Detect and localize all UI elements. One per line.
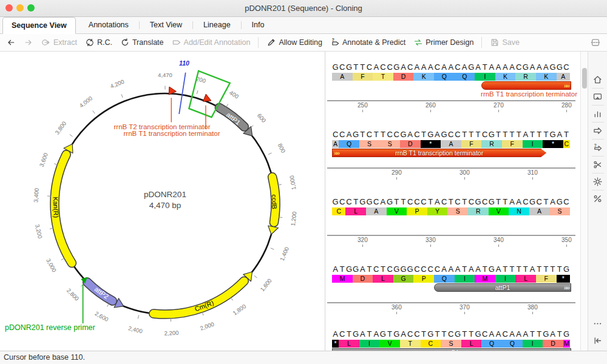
tab-lineage[interactable]: Lineage bbox=[195, 17, 239, 33]
dna-base[interactable]: C bbox=[413, 197, 420, 207]
scrollbar-thumb[interactable] bbox=[582, 68, 587, 89]
dna-base[interactable]: C bbox=[427, 265, 434, 274]
dna-base[interactable]: G bbox=[427, 329, 434, 339]
dna-base[interactable]: A bbox=[488, 62, 495, 72]
dna-base[interactable]: T bbox=[475, 130, 481, 140]
dna-base[interactable]: G bbox=[441, 130, 447, 140]
dna-base[interactable]: T bbox=[387, 329, 393, 339]
dna-base[interactable]: T bbox=[366, 265, 373, 274]
sequence-row[interactable]: CCAGTCTTCCGACTGAGCCTTTCGTTTTATTTGATAQSSD… bbox=[326, 130, 580, 197]
sequence-row[interactable]: ATGGATCTCGGGCCCCAAATAATGATTTTATTTTGMDLGP… bbox=[326, 265, 580, 332]
dna-base[interactable]: A bbox=[373, 62, 379, 72]
dna-base[interactable]: A bbox=[495, 62, 502, 72]
dna-base[interactable]: A bbox=[543, 62, 549, 72]
dna-base[interactable]: G bbox=[400, 265, 407, 274]
dna-base[interactable]: A bbox=[400, 62, 407, 72]
predict-button[interactable]: ? bbox=[592, 141, 603, 154]
dna-base[interactable]: C bbox=[481, 130, 488, 140]
more-button[interactable] bbox=[592, 317, 603, 330]
dna-base[interactable]: G bbox=[522, 62, 529, 72]
dna-base[interactable]: T bbox=[549, 265, 556, 274]
dna-base[interactable]: T bbox=[447, 197, 454, 207]
dna-base[interactable]: A bbox=[441, 265, 447, 274]
dna-base[interactable]: A bbox=[379, 197, 386, 207]
dna-base[interactable]: T bbox=[556, 329, 563, 339]
dna-base[interactable]: T bbox=[543, 197, 549, 207]
dna-base[interactable]: G bbox=[393, 62, 400, 72]
dna-base[interactable]: A bbox=[522, 130, 529, 140]
dna-base[interactable]: A bbox=[359, 265, 366, 274]
dna-base[interactable]: C bbox=[332, 130, 339, 140]
dna-base[interactable]: G bbox=[359, 197, 366, 207]
dna-base[interactable]: C bbox=[373, 197, 379, 207]
dna-base[interactable]: C bbox=[407, 62, 413, 72]
dna-base[interactable]: C bbox=[441, 197, 447, 207]
primer-design-button[interactable]: Primer Design bbox=[413, 38, 473, 47]
dna-base[interactable]: G bbox=[366, 197, 373, 207]
dna-base[interactable]: G bbox=[345, 62, 352, 72]
dna-base[interactable]: C bbox=[447, 329, 454, 339]
allow-editing-button[interactable]: Allow Editing bbox=[266, 38, 322, 47]
dna-base[interactable]: T bbox=[366, 329, 373, 339]
dna-base[interactable]: T bbox=[393, 197, 400, 207]
collapse-panel-button[interactable] bbox=[592, 334, 603, 347]
dna-base[interactable]: T bbox=[481, 62, 488, 72]
annotation-bar-attp1[interactable]: attP1»» bbox=[434, 283, 571, 292]
dna-base[interactable]: C bbox=[563, 62, 569, 72]
dna-base[interactable]: C bbox=[420, 265, 427, 274]
tab-info[interactable]: Info bbox=[243, 17, 273, 33]
dna-base[interactable]: C bbox=[387, 130, 393, 140]
reverse-complement-button[interactable]: R.C. bbox=[85, 38, 112, 47]
dna-base[interactable]: C bbox=[366, 62, 373, 72]
sequence-scrollbar[interactable] bbox=[580, 52, 588, 351]
dna-base[interactable]: G bbox=[454, 329, 461, 339]
gc-content-button[interactable] bbox=[592, 192, 603, 205]
dna-base[interactable]: A bbox=[556, 130, 563, 140]
dna-base[interactable]: T bbox=[536, 130, 543, 140]
dna-base[interactable]: T bbox=[495, 197, 502, 207]
dna-base[interactable]: C bbox=[387, 62, 393, 72]
dna-base[interactable]: C bbox=[434, 265, 441, 274]
dna-base[interactable]: T bbox=[536, 329, 543, 339]
dna-base[interactable]: T bbox=[529, 130, 535, 140]
dna-base[interactable]: C bbox=[515, 62, 522, 72]
dna-sequence[interactable]: ACTGATAGTGACCTGTTCGTTGCAACAAATTGATG bbox=[332, 329, 570, 339]
dna-base[interactable]: T bbox=[543, 265, 549, 274]
dna-base[interactable]: T bbox=[502, 197, 509, 207]
dna-base[interactable]: G bbox=[475, 329, 481, 339]
dna-base[interactable]: T bbox=[509, 130, 515, 140]
dna-base[interactable]: C bbox=[468, 197, 475, 207]
dna-sequence[interactable]: ATGGATCTCGGGCCCCAAATAATGATTTTATTTTG bbox=[332, 265, 570, 274]
plasmid-map[interactable]: attP1ccdBCm(R)attP2Kan(R)2004006008001,0… bbox=[0, 52, 325, 351]
dna-sequence[interactable]: GCGTTCACCGACAAACAACAGATAAAACGAAAGGC bbox=[332, 62, 570, 72]
dna-base[interactable]: C bbox=[481, 329, 488, 339]
dna-base[interactable]: A bbox=[549, 197, 556, 207]
dna-base[interactable]: T bbox=[420, 130, 427, 140]
dna-base[interactable]: A bbox=[522, 329, 529, 339]
dna-base[interactable]: C bbox=[563, 197, 569, 207]
dna-base[interactable]: G bbox=[488, 130, 495, 140]
dna-base[interactable]: C bbox=[407, 197, 413, 207]
sequence-row[interactable]: GCGTTCACCGACAAACAACAGATAAAACGAAAGGCAFTDK… bbox=[326, 62, 580, 130]
dna-sequence[interactable]: CCAGTCTTCCGACTGAGCCTTTCGTTTTATTTGAT bbox=[332, 130, 570, 140]
dna-base[interactable]: T bbox=[359, 62, 366, 72]
dna-base[interactable]: G bbox=[488, 197, 495, 207]
dna-base[interactable]: G bbox=[468, 62, 475, 72]
dna-base[interactable]: T bbox=[359, 130, 366, 140]
dna-base[interactable]: A bbox=[332, 329, 339, 339]
dna-base[interactable]: A bbox=[536, 62, 543, 72]
dna-base[interactable]: A bbox=[529, 62, 535, 72]
dna-base[interactable]: A bbox=[495, 265, 502, 274]
dna-base[interactable]: A bbox=[515, 197, 522, 207]
dna-base[interactable]: T bbox=[502, 130, 509, 140]
dna-base[interactable]: C bbox=[454, 62, 461, 72]
dna-base[interactable]: G bbox=[475, 197, 481, 207]
dna-base[interactable]: T bbox=[400, 197, 407, 207]
dna-base[interactable]: G bbox=[556, 62, 563, 72]
dna-base[interactable]: C bbox=[413, 130, 420, 140]
dna-base[interactable]: G bbox=[353, 329, 359, 339]
dna-base[interactable]: G bbox=[556, 197, 563, 207]
tab-annotations[interactable]: Annotations bbox=[80, 17, 137, 33]
dna-base[interactable]: A bbox=[345, 130, 352, 140]
dna-base[interactable]: T bbox=[353, 62, 359, 72]
